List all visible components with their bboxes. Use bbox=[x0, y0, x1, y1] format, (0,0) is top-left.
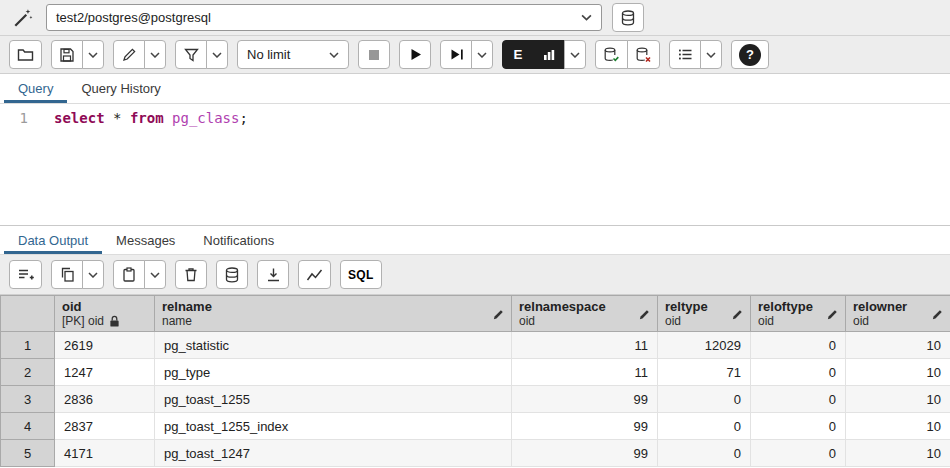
row-number[interactable]: 5 bbox=[1, 440, 55, 467]
row-limit-value: No limit bbox=[247, 47, 290, 62]
cell-oid[interactable]: 4171 bbox=[55, 440, 155, 467]
download-button[interactable] bbox=[257, 260, 289, 289]
cell-reltype[interactable]: 0 bbox=[658, 413, 751, 440]
cancel-query-button[interactable] bbox=[358, 40, 390, 69]
stop-icon bbox=[367, 48, 381, 62]
commit-button[interactable] bbox=[595, 40, 628, 69]
edit-column-icon bbox=[731, 308, 744, 321]
cell-reloftype[interactable]: 0 bbox=[751, 386, 846, 413]
execute-options-button[interactable] bbox=[440, 40, 472, 69]
tab-query[interactable]: Query bbox=[4, 74, 67, 103]
cell-oid[interactable]: 2619 bbox=[55, 332, 155, 359]
cell-reloftype[interactable]: 0 bbox=[751, 413, 846, 440]
question-mark-icon: ? bbox=[739, 44, 761, 66]
rollback-button[interactable] bbox=[627, 40, 660, 69]
tab-data-output[interactable]: Data Output bbox=[4, 226, 102, 254]
delete-row-button[interactable] bbox=[175, 260, 207, 289]
table-row: 4 2837 pg_toast_1255_index 99 0 0 10 bbox=[1, 413, 950, 440]
database-icon bbox=[224, 267, 240, 283]
sql-editor[interactable]: 1 select * from pg_class; bbox=[0, 104, 950, 225]
row-limit-select[interactable]: No limit bbox=[237, 40, 349, 69]
help-button[interactable]: ? bbox=[731, 40, 769, 69]
filter-options-dropdown[interactable] bbox=[206, 40, 228, 69]
cell-relowner[interactable]: 10 bbox=[846, 386, 950, 413]
add-row-icon bbox=[17, 268, 34, 282]
cell-relnamespace[interactable]: 11 bbox=[512, 359, 658, 386]
column-header-relnamespace[interactable]: relnamespace oid bbox=[512, 296, 658, 332]
cell-relname[interactable]: pg_toast_1247 bbox=[155, 440, 512, 467]
cell-relnamespace[interactable]: 11 bbox=[512, 332, 658, 359]
copy-button[interactable] bbox=[51, 260, 83, 289]
sql-code[interactable]: select * from pg_class; bbox=[42, 104, 950, 225]
column-header-reloftype[interactable]: reloftype oid bbox=[751, 296, 846, 332]
column-header-oid[interactable]: oid [PK] oid bbox=[55, 296, 155, 332]
paste-options-dropdown[interactable] bbox=[144, 260, 166, 289]
graph-visualiser-button[interactable] bbox=[298, 260, 331, 289]
cell-reloftype[interactable]: 0 bbox=[751, 440, 846, 467]
execute-dropdown[interactable] bbox=[471, 40, 493, 69]
add-row-button[interactable] bbox=[9, 260, 42, 289]
execute-button[interactable] bbox=[399, 40, 431, 69]
cell-relnamespace[interactable]: 99 bbox=[512, 386, 658, 413]
bar-chart-icon bbox=[542, 48, 556, 62]
cell-relname[interactable]: pg_statistic bbox=[155, 332, 512, 359]
column-header-relowner[interactable]: relowner oid bbox=[846, 296, 950, 332]
chevron-down-icon bbox=[150, 272, 160, 278]
line-number: 1 bbox=[20, 110, 28, 126]
cell-relnamespace[interactable]: 99 bbox=[512, 440, 658, 467]
grid-corner-cell[interactable] bbox=[1, 296, 55, 332]
cell-reltype[interactable]: 0 bbox=[658, 440, 751, 467]
cell-relowner[interactable]: 10 bbox=[846, 359, 950, 386]
edit-button[interactable] bbox=[113, 40, 145, 69]
open-file-button[interactable] bbox=[9, 40, 42, 69]
chevron-down-icon bbox=[212, 52, 222, 58]
cell-relname[interactable]: pg_type bbox=[155, 359, 512, 386]
edit-options-dropdown[interactable] bbox=[144, 40, 166, 69]
cell-reltype[interactable]: 0 bbox=[658, 386, 751, 413]
row-number[interactable]: 2 bbox=[1, 359, 55, 386]
explain-button[interactable]: E bbox=[502, 40, 534, 69]
database-icon bbox=[620, 10, 636, 26]
save-button[interactable] bbox=[51, 40, 83, 69]
new-query-tool-button[interactable] bbox=[612, 3, 644, 32]
download-icon bbox=[266, 267, 281, 282]
edit-column-icon bbox=[638, 308, 651, 321]
macros-button[interactable] bbox=[669, 40, 701, 69]
row-number[interactable]: 4 bbox=[1, 413, 55, 440]
chevron-down-icon bbox=[570, 52, 580, 58]
explain-analyze-button[interactable] bbox=[533, 40, 565, 69]
cell-relname[interactable]: pg_toast_1255_index bbox=[155, 413, 512, 440]
cell-relowner[interactable]: 10 bbox=[846, 413, 950, 440]
cell-reloftype[interactable]: 0 bbox=[751, 332, 846, 359]
filter-button[interactable] bbox=[175, 40, 207, 69]
tab-notifications[interactable]: Notifications bbox=[189, 226, 288, 254]
cell-oid[interactable]: 2837 bbox=[55, 413, 155, 440]
copy-options-dropdown[interactable] bbox=[82, 260, 104, 289]
cell-relnamespace[interactable]: 99 bbox=[512, 413, 658, 440]
save-options-dropdown[interactable] bbox=[82, 40, 104, 69]
row-number[interactable]: 1 bbox=[1, 332, 55, 359]
funnel-icon bbox=[184, 48, 199, 62]
cell-relname[interactable]: pg_toast_1255 bbox=[155, 386, 512, 413]
column-header-reltype[interactable]: reltype oid bbox=[658, 296, 751, 332]
macros-dropdown[interactable] bbox=[700, 40, 722, 69]
cell-relowner[interactable]: 10 bbox=[846, 332, 950, 359]
connection-selector[interactable]: test2/postgres@postgresql bbox=[46, 4, 602, 31]
show-sql-button[interactable]: SQL bbox=[340, 260, 382, 289]
table-row: 5 4171 pg_toast_1247 99 0 0 10 bbox=[1, 440, 950, 467]
tab-messages[interactable]: Messages bbox=[102, 226, 189, 254]
explain-options-dropdown[interactable] bbox=[564, 40, 586, 69]
sql-identifier: pg_class bbox=[164, 110, 240, 126]
cell-reltype[interactable]: 71 bbox=[658, 359, 751, 386]
save-data-button[interactable] bbox=[216, 260, 248, 289]
cell-reloftype[interactable]: 0 bbox=[751, 359, 846, 386]
cell-relowner[interactable]: 10 bbox=[846, 440, 950, 467]
paste-button[interactable] bbox=[113, 260, 145, 289]
cell-oid[interactable]: 2836 bbox=[55, 386, 155, 413]
cell-reltype[interactable]: 12029 bbox=[658, 332, 751, 359]
tab-query-history[interactable]: Query History bbox=[67, 74, 174, 103]
results-toolbar: SQL bbox=[0, 255, 950, 295]
cell-oid[interactable]: 1247 bbox=[55, 359, 155, 386]
row-number[interactable]: 3 bbox=[1, 386, 55, 413]
column-header-relname[interactable]: relname name bbox=[155, 296, 512, 332]
